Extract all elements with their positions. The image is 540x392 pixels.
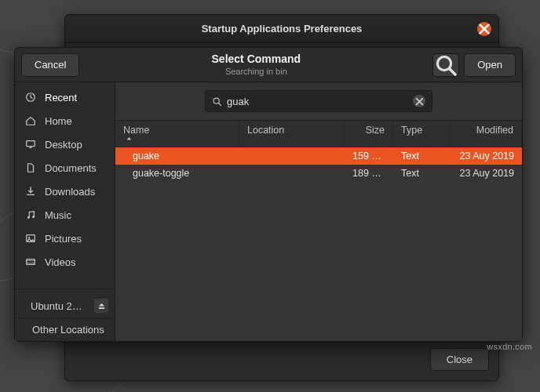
search-bar <box>115 82 522 121</box>
sidebar-item-pictures[interactable]: Pictures <box>15 227 115 250</box>
desktop-icon <box>24 139 37 150</box>
cell-modified: 23 Auу 2019 <box>451 151 522 162</box>
select-command-dialog: Cancel Select Command Searching in bin O… <box>14 47 523 342</box>
table-row[interactable]: guake-toggle189 bytesText23 Auу 2019 <box>115 165 522 182</box>
sidebar-item-home[interactable]: Home <box>15 109 115 132</box>
sidebar-item-recent[interactable]: Recent <box>15 85 115 109</box>
cell-name: guake <box>115 151 239 162</box>
sidebar-item-label: Other Locations <box>32 324 104 336</box>
cell-modified: 23 Auу 2019 <box>451 168 522 179</box>
svg-line-1 <box>450 69 455 74</box>
cell-size: 159 bytes <box>345 151 393 162</box>
column-size[interactable]: Size <box>345 121 393 147</box>
documents-icon <box>24 162 37 173</box>
sort-asc-icon <box>126 136 133 143</box>
column-type[interactable]: Type <box>393 121 451 147</box>
downloads-icon <box>24 186 37 197</box>
close-icon[interactable] <box>477 22 491 36</box>
home-icon <box>24 115 37 126</box>
search-icon <box>212 96 222 107</box>
dialog-title: Select Command <box>79 53 432 65</box>
svg-line-12 <box>219 103 221 105</box>
sidebar-item-label: Music <box>45 209 71 221</box>
sidebar-item-label: Recent <box>45 92 77 103</box>
table-header: Name Location Size Type Modified <box>115 121 522 147</box>
dialog-subtitle: Searching in bin <box>79 67 432 76</box>
cell-type: Text <box>393 151 451 162</box>
titlebar: Startup Applications Preferences <box>65 15 498 43</box>
search-icon <box>433 53 458 78</box>
clock-icon <box>24 92 37 103</box>
sidebar-item-label: Pictures <box>45 233 82 245</box>
table-row[interactable]: guake159 bytesText23 Auу 2019 <box>115 147 522 165</box>
sidebar-volume-ubuntu[interactable]: Ubuntu 2… <box>15 294 115 318</box>
search-button[interactable] <box>432 53 459 77</box>
sidebar-item-videos[interactable]: Videos <box>15 250 115 274</box>
svg-point-4 <box>27 216 30 219</box>
column-name[interactable]: Name <box>115 121 239 147</box>
videos-icon <box>24 256 37 267</box>
eject-icon <box>98 303 105 310</box>
parent-footer: Close <box>430 348 489 371</box>
sidebar-other-locations[interactable]: Other Locations <box>15 318 115 341</box>
file-list-panel: Name Location Size Type Modified guake15… <box>115 82 522 341</box>
cell-type: Text <box>393 168 451 179</box>
sidebar-item-label: Videos <box>45 256 76 268</box>
sidebar-item-label: Documents <box>45 162 97 174</box>
search-input[interactable] <box>227 96 408 107</box>
sidebar-item-documents[interactable]: Documents <box>15 156 115 180</box>
svg-point-5 <box>32 216 35 218</box>
sidebar-item-music[interactable]: Music <box>15 203 115 227</box>
eject-button[interactable] <box>94 299 108 313</box>
dialog-title-group: Select Command Searching in bin <box>79 53 432 75</box>
cancel-button[interactable]: Cancel <box>21 53 79 77</box>
sidebar-item-label: Ubuntu 2… <box>31 300 82 312</box>
sidebar-item-desktop[interactable]: Desktop <box>15 132 115 156</box>
window-title: Startup Applications Preferences <box>202 23 363 34</box>
sidebar-item-label: Desktop <box>45 139 82 151</box>
svg-rect-3 <box>27 141 35 147</box>
sidebar-item-downloads[interactable]: Downloads <box>15 180 115 203</box>
watermark: wsxdn.com <box>487 342 532 351</box>
music-icon <box>24 209 37 220</box>
column-modified[interactable]: Modified <box>451 121 522 147</box>
clear-search-button[interactable] <box>413 95 425 107</box>
svg-rect-8 <box>27 260 35 265</box>
places-sidebar: Recent Home Desktop Documents Downloads … <box>15 82 115 341</box>
search-field[interactable] <box>205 90 432 112</box>
pictures-icon <box>24 233 37 244</box>
dialog-header: Cancel Select Command Searching in bin O… <box>15 48 522 82</box>
open-button[interactable]: Open <box>464 53 516 77</box>
file-table: Name Location Size Type Modified guake15… <box>115 121 522 341</box>
svg-point-7 <box>28 237 30 238</box>
cell-size: 189 bytes <box>345 168 393 179</box>
close-icon <box>414 96 425 107</box>
close-button[interactable]: Close <box>430 348 489 371</box>
sidebar-item-label: Downloads <box>45 186 95 198</box>
column-location[interactable]: Location <box>239 121 345 147</box>
sidebar-item-label: Home <box>45 115 72 127</box>
cell-name: guake-toggle <box>115 168 239 179</box>
